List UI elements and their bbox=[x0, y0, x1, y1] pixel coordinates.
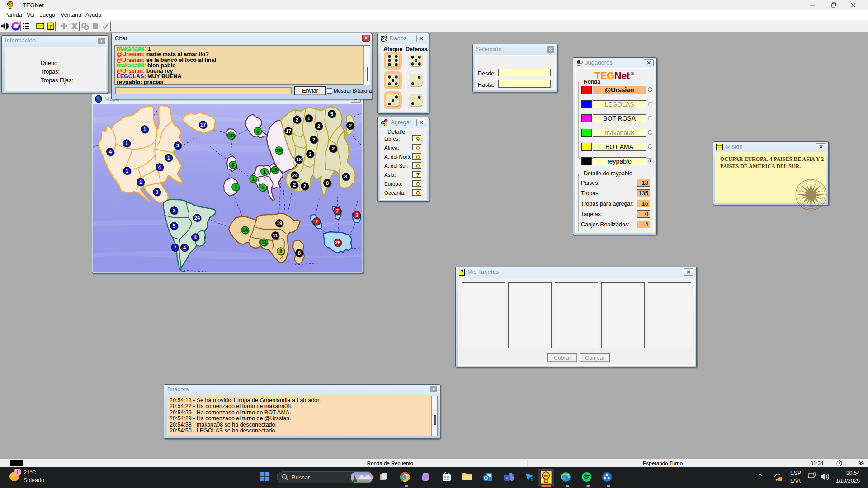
svg-text:3: 3 bbox=[173, 208, 175, 213]
svg-text:11: 11 bbox=[273, 233, 278, 238]
svg-text:3: 3 bbox=[234, 184, 237, 190]
svg-text:1: 1 bbox=[167, 155, 170, 160]
svg-text:T: T bbox=[531, 477, 533, 482]
svg-text:17: 17 bbox=[286, 128, 291, 134]
svg-text:4: 4 bbox=[183, 245, 186, 250]
svg-text:2: 2 bbox=[296, 117, 298, 122]
svg-text:8: 8 bbox=[279, 249, 282, 254]
svg-text:2: 2 bbox=[312, 137, 315, 142]
svg-text:2: 2 bbox=[309, 151, 311, 157]
svg-text:1: 1 bbox=[256, 128, 259, 134]
svg-text:18: 18 bbox=[296, 157, 302, 162]
svg-text:3: 3 bbox=[231, 162, 234, 168]
svg-text:3: 3 bbox=[156, 189, 158, 195]
svg-text:1: 1 bbox=[263, 169, 266, 174]
svg-text:5: 5 bbox=[173, 223, 175, 229]
svg-text:10: 10 bbox=[228, 133, 234, 138]
svg-text:3: 3 bbox=[355, 212, 358, 218]
svg-text:1: 1 bbox=[139, 179, 142, 185]
svg-text:7: 7 bbox=[174, 245, 176, 250]
svg-text:5: 5 bbox=[330, 111, 333, 117]
svg-text:3: 3 bbox=[176, 143, 179, 148]
svg-text:TEG: TEG bbox=[544, 474, 548, 477]
svg-text:8: 8 bbox=[344, 174, 347, 179]
svg-text:1: 1 bbox=[307, 116, 310, 121]
svg-text:11: 11 bbox=[261, 239, 267, 245]
svg-text:4: 4 bbox=[109, 149, 112, 155]
svg-text:1: 1 bbox=[252, 176, 255, 182]
svg-text:2: 2 bbox=[349, 123, 352, 128]
svg-text:26: 26 bbox=[335, 240, 340, 245]
svg-text:4: 4 bbox=[194, 235, 197, 240]
svg-text:19: 19 bbox=[277, 221, 282, 226]
svg-text:?: ? bbox=[49, 24, 52, 28]
svg-text:2: 2 bbox=[317, 123, 320, 129]
svg-text:T: T bbox=[506, 475, 509, 480]
svg-text:2: 2 bbox=[293, 182, 296, 188]
svg-text:17: 17 bbox=[200, 122, 206, 127]
svg-text:26: 26 bbox=[276, 148, 282, 153]
svg-text:24: 24 bbox=[194, 215, 200, 221]
svg-text:7: 7 bbox=[315, 219, 318, 224]
svg-text:14: 14 bbox=[242, 227, 248, 233]
svg-text:1: 1 bbox=[126, 168, 128, 174]
svg-text:1: 1 bbox=[261, 185, 264, 190]
svg-text:4: 4 bbox=[158, 164, 161, 170]
svg-text:8: 8 bbox=[298, 250, 301, 256]
svg-text:1: 1 bbox=[143, 127, 146, 132]
svg-text:26: 26 bbox=[272, 167, 278, 173]
svg-text:2: 2 bbox=[332, 146, 335, 151]
svg-text:1: 1 bbox=[125, 141, 128, 146]
svg-text:2: 2 bbox=[303, 183, 306, 189]
svg-text:TEG: TEG bbox=[8, 3, 13, 5]
svg-text:7: 7 bbox=[336, 208, 339, 214]
svg-text:24: 24 bbox=[292, 173, 298, 178]
svg-text:8: 8 bbox=[326, 180, 329, 186]
